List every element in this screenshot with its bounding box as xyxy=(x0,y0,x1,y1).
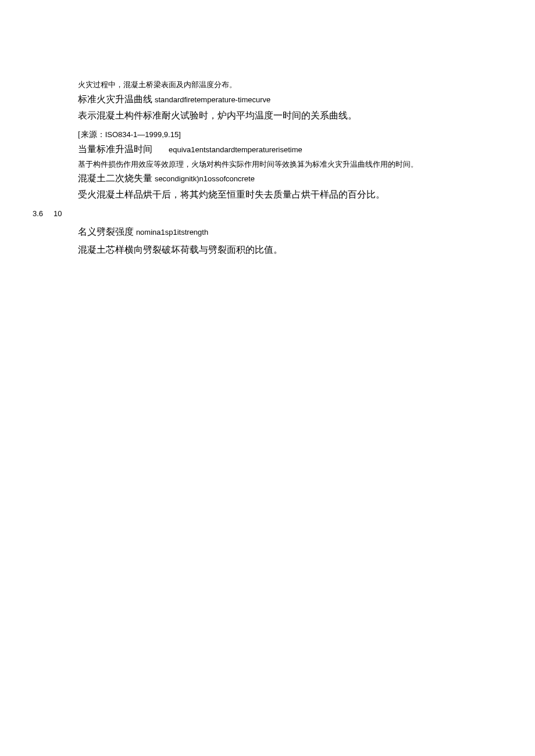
paragraph-fire-process: 火灾过程中，混凝土桥梁表面及内部温度分布。 xyxy=(78,79,502,91)
term-cn: 混凝土二次烧失量 xyxy=(78,173,152,183)
section-number: 3.610 xyxy=(33,208,502,220)
term-cn: 标准火灾升温曲线 xyxy=(78,94,152,104)
source-label: [来源： xyxy=(78,130,105,139)
desc-equivalent-time: 基于构件损伤作用效应等效原理，火场对构件实际作用时间等效换算为标准火灾升温曲线作… xyxy=(78,159,502,171)
term-en: nomina1sp1itstrength xyxy=(136,228,208,237)
content-block: 火灾过程中，混凝土桥梁表面及内部温度分布。 标准火灾升温曲线 standardf… xyxy=(78,79,502,202)
term-second-ignition-loss: 混凝土二次烧失量 secondignitk)n1ossofconcrete xyxy=(78,171,502,186)
desc-nominal-split-strength: 混凝土芯样横向劈裂破坏荷载与劈裂面积的比值。 xyxy=(78,243,502,257)
term-cn: 名义劈裂强度 xyxy=(78,227,134,237)
term-standard-fire-curve: 标准火灾升温曲线 standardfiretemperature-timecur… xyxy=(78,92,502,107)
content-block-2: 名义劈裂强度 nomina1sp1itstrength 混凝土芯样横向劈裂破坏荷… xyxy=(78,225,502,257)
term-en: secondignitk)n1ossofconcrete xyxy=(155,174,255,183)
source-reference: [来源：ISO834-1—1999,9.15] xyxy=(78,128,502,141)
source-code: ISO834-1—1999,9.15] xyxy=(105,130,181,139)
term-en: equiva1entstandardtemperaturerisetime xyxy=(169,145,302,154)
section-sub: 10 xyxy=(54,209,62,218)
section-main: 3.6 xyxy=(33,209,43,218)
term-equivalent-time: 当量标准升温时间equiva1entstandardtemperatureris… xyxy=(78,142,502,157)
document-page: 火灾过程中，混凝土桥梁表面及内部温度分布。 标准火灾升温曲线 standardf… xyxy=(0,0,535,257)
term-nominal-split-strength: 名义劈裂强度 nomina1sp1itstrength xyxy=(78,225,502,239)
desc-second-ignition-loss: 受火混凝土样品烘干后，将其灼烧至恒重时失去质量占烘干样品的百分比。 xyxy=(78,188,502,202)
desc-standard-fire-curve: 表示混凝土构件标准耐火试验时，炉内平均温度一时间的关系曲线。 xyxy=(78,109,502,123)
term-cn: 当量标准升温时间 xyxy=(78,144,152,154)
term-en: standardfiretemperature-timecurve xyxy=(155,95,270,104)
